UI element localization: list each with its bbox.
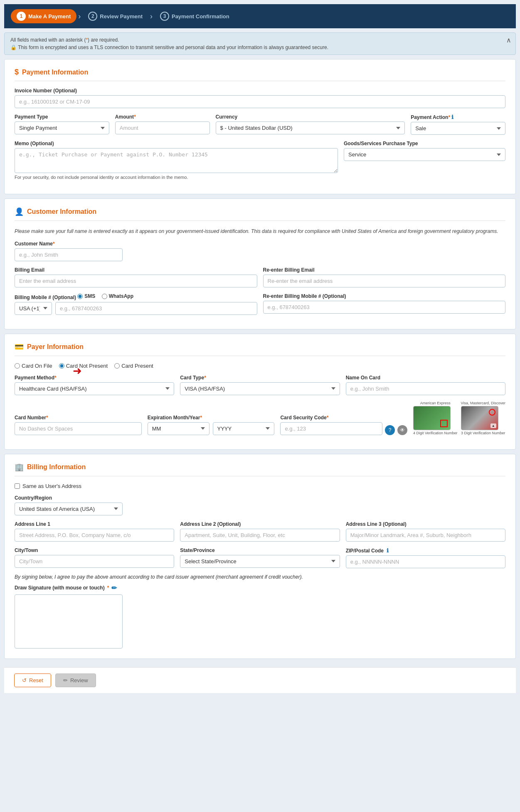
memo-input[interactable] [15, 148, 338, 173]
expiration-field: Expiration Month/Year* MM 01020304 05060… [148, 415, 275, 435]
card-not-present-radio[interactable] [59, 363, 64, 369]
reenter-mobile-label: Re-enter Billing Mobile # (Optional) [263, 293, 506, 299]
customer-name-input[interactable] [15, 248, 123, 261]
billing-email-row: Billing Email Re-enter Billing Email [15, 267, 505, 287]
mobile-input[interactable] [55, 302, 257, 315]
collapse-button[interactable]: ∧ [506, 36, 511, 44]
card-number-input[interactable] [15, 422, 142, 435]
card-on-file-label[interactable]: Card On File [15, 363, 52, 369]
cvv-input[interactable] [280, 422, 382, 435]
cvv-input-wrap [280, 422, 382, 435]
card-present-label[interactable]: Card Present [114, 363, 153, 369]
card-on-file-radio[interactable] [15, 363, 20, 369]
signature-canvas[interactable] [15, 594, 123, 649]
payment-action-info-icon[interactable]: ℹ [451, 114, 453, 120]
signature-clear-icon[interactable]: ✏ [111, 584, 117, 592]
sms-radio[interactable] [77, 294, 83, 299]
same-address-checkbox[interactable] [15, 483, 20, 489]
billing-info-title: Billing Information [27, 463, 86, 471]
customer-info-header: 👤 Customer Information [15, 207, 505, 221]
address-line1-field: Address Line 1 [15, 521, 174, 542]
review-button[interactable]: ✏ Review [55, 673, 96, 687]
card-present-radio[interactable] [114, 363, 120, 369]
country-select[interactable]: United States of America (USA) Canada Un… [15, 503, 123, 515]
country-label: Country/Region [15, 495, 123, 501]
progress-bar: 1 Make A Payment › 2 Review Payment › 3 … [4, 4, 516, 28]
billing-mobile-label: Billing Mobile # (Optional) SMS WhatsApp [15, 293, 257, 300]
visa-card-image-box: Visa, Mastercard, Discover ▲ 3 Digit Ver… [461, 401, 505, 435]
card-number-field: Card Number* [15, 415, 142, 435]
step-1-label: Make A Payment [28, 13, 71, 20]
address-line2-input[interactable] [180, 529, 340, 542]
security-text: This form is encrypted and uses a TLS co… [18, 45, 328, 50]
cvv-info-icon[interactable]: ? [385, 425, 395, 435]
country-code-select[interactable]: USA (+1) UK (+44) [15, 302, 52, 315]
payment-action-select[interactable]: Sale Authorization [411, 122, 505, 135]
goods-services-select[interactable]: Service Goods Mixed [344, 148, 505, 161]
reenter-email-input[interactable] [263, 275, 506, 287]
step-arrow-2: › [150, 12, 153, 21]
amex-card-image-box: American Express 4 Digit Verification Nu… [413, 401, 458, 435]
expiry-month-select[interactable]: MM 01020304 05060708 09101112 [148, 422, 209, 435]
address-line1-label: Address Line 1 [15, 521, 174, 527]
signature-agreement-text: By signing below, I agree to pay the abo… [15, 574, 505, 580]
reenter-mobile-input[interactable] [263, 301, 506, 314]
billing-email-input[interactable] [15, 275, 257, 287]
address-line3-label: Address Line 3 (Optional) [346, 521, 505, 527]
step-1-number: 1 [17, 12, 26, 21]
payment-details-row: Payment Type Single Payment Recurring Pa… [15, 114, 505, 135]
memo-label: Memo (Optional) [15, 141, 338, 146]
billing-information-section: 🏢 Billing Information Same as User's Add… [4, 454, 516, 659]
lock-icon: 🔒 [10, 45, 17, 50]
payer-information-section: 💳 Payer Information Card On File Card No… [4, 334, 516, 450]
step-arrow-1: › [78, 12, 81, 21]
step-1-make-payment[interactable]: 1 Make A Payment [11, 9, 76, 23]
card-presence-group: Card On File Card Not Present Card Prese… [15, 363, 505, 369]
cvv-eye-icon[interactable]: 👁 [397, 425, 407, 435]
customer-name-field: Customer Name* [15, 241, 123, 261]
mobile-phone-row: USA (+1) UK (+44) [15, 302, 257, 315]
building-icon: 🏢 [15, 463, 24, 472]
address-line3-field: Address Line 3 (Optional) [346, 521, 505, 542]
whatsapp-label-text: WhatsApp [109, 293, 133, 299]
card-type-label: Card Type* [180, 375, 340, 381]
zip-input[interactable] [346, 555, 505, 568]
expiry-year-select[interactable]: YYYY 20242025202620272028 [213, 422, 275, 435]
whatsapp-radio[interactable] [102, 294, 107, 299]
city-label: City/Town [15, 547, 174, 553]
address-line1-input[interactable] [15, 529, 174, 542]
city-input[interactable] [15, 555, 174, 568]
payment-method-select[interactable]: Healthcare Card (HSA/FSA) Credit Card De… [15, 382, 174, 395]
step-3-number: 3 [160, 12, 169, 21]
address-line3-input[interactable] [346, 529, 505, 542]
currency-label: Currency [216, 114, 405, 120]
security-notice: 🔒 This form is encrypted and uses a TLS … [10, 45, 510, 50]
asterisk-symbol: * [86, 37, 88, 43]
payment-method-field: Payment Method* Healthcare Card (HSA/FSA… [15, 375, 174, 395]
reset-button[interactable]: ↺ Reset [14, 673, 51, 687]
invoice-number-label: Invoice Number (Optional) [15, 88, 505, 94]
payment-info-header: $ Payment Information [15, 68, 505, 81]
zip-info-icon[interactable]: ℹ [387, 547, 389, 554]
currency-select[interactable]: $ - United States Dollar (USD) € - Euro … [216, 121, 405, 134]
state-select[interactable]: Select State/Province Alabama Alaska Ari… [180, 555, 340, 568]
step-2-review[interactable]: 2 Review Payment [82, 9, 148, 23]
card-not-present-label[interactable]: Card Not Present [59, 363, 108, 369]
whatsapp-radio-label[interactable]: WhatsApp [102, 293, 133, 299]
dollar-icon: $ [15, 68, 19, 77]
same-address-row: Same as User's Address [15, 483, 505, 489]
card-type-select[interactable]: VISA (HSA/FSA) Mastercard (HSA/FSA) Amer… [180, 382, 340, 395]
amount-field: Amount* [115, 114, 210, 135]
form-buttons-row: ↺ Reset ✏ Review [4, 667, 516, 693]
card-images-row: American Express 4 Digit Verification Nu… [413, 401, 505, 435]
amex-sub-caption: 4 Digit Verification Number [413, 431, 458, 435]
amount-input[interactable] [115, 121, 210, 134]
cvv-field: Card Security Code* ? 👁 [280, 415, 407, 435]
billing-mobile-row: Billing Mobile # (Optional) SMS WhatsApp… [15, 293, 505, 315]
invoice-number-input[interactable] [15, 95, 505, 108]
payment-type-select[interactable]: Single Payment Recurring Payment [15, 121, 109, 134]
step-3-confirmation[interactable]: 3 Payment Confirmation [154, 9, 235, 23]
sms-radio-label[interactable]: SMS [77, 293, 95, 299]
payment-type-field: Payment Type Single Payment Recurring Pa… [15, 114, 109, 135]
name-on-card-input[interactable] [346, 382, 505, 395]
